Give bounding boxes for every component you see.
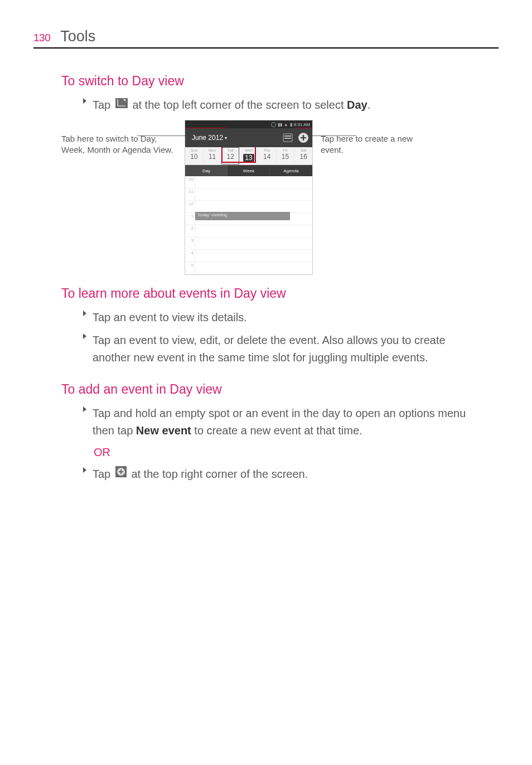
connector-line-left: [137, 135, 187, 136]
day-cell-current[interactable]: Wed13: [240, 147, 258, 164]
bold-new-event: New event: [136, 424, 191, 437]
hour-label: 3: [185, 238, 195, 249]
annotated-figure: Tab here to switch to Day, Week, Month o…: [61, 120, 499, 275]
bullet-text: Tap at the top right corner of the scree…: [93, 466, 482, 483]
dow: Fri: [277, 148, 294, 152]
dom: 12: [221, 153, 239, 161]
dow: Tue: [221, 148, 239, 152]
callout-left: Tab here to switch to Day, Week, Month o…: [61, 120, 181, 156]
svg-rect-0: [115, 98, 128, 108]
text: Tap: [93, 99, 114, 111]
section-heading: To add an event in Day view: [61, 382, 499, 397]
callout-right-text: Tap here to create a new event.: [321, 134, 413, 154]
hour-slot[interactable]: [195, 238, 312, 249]
callout-right: Tap here to create a new event.: [316, 120, 433, 156]
section-heading: To learn more about events in Day view: [61, 286, 499, 301]
day-cell[interactable]: Sat16: [294, 147, 312, 164]
section-add-event: To add an event in Day view Tap and hold…: [33, 382, 499, 483]
tab-week[interactable]: Week: [228, 165, 270, 176]
bullet-row: Tap and hold an empty spot or an event i…: [83, 405, 482, 439]
section-learn-more: To learn more about events in Day view T…: [33, 286, 499, 366]
text: to create a new event at that time.: [191, 424, 362, 437]
hour-slot[interactable]: [195, 201, 312, 212]
bullet-arrow-icon: [83, 467, 87, 473]
hour-label: 1: [185, 213, 195, 225]
hour-label: 2: [185, 225, 195, 237]
calendar-event[interactable]: Today' meeting: [195, 212, 290, 220]
or-label: OR: [94, 446, 499, 459]
phone-wrap: ▮▮ ▲ ▮ 8:31 AM June 2012 ▾: [185, 120, 313, 275]
hour-label: 11: [185, 188, 195, 200]
sync-icon: [271, 122, 276, 127]
phone-mock: ▮▮ ▲ ▮ 8:31 AM June 2012 ▾: [185, 120, 313, 275]
svg-rect-2: [284, 135, 291, 137]
day-cell[interactable]: Thu14: [258, 147, 277, 164]
text: .: [367, 99, 371, 111]
status-time: 8:31 AM: [294, 122, 310, 127]
hour-label: 4: [185, 250, 195, 262]
day-cell[interactable]: Mon11: [204, 147, 222, 164]
day-cell[interactable]: Tue12: [221, 147, 240, 164]
text: at the top right corner of the screen.: [131, 468, 308, 480]
day-cell[interactable]: Fri15: [277, 147, 295, 164]
chevron-down-icon: ▾: [225, 135, 227, 141]
section-switch-day: To switch to Day view Tap at the top lef…: [33, 74, 499, 275]
signal-icon: ▮▮: [278, 122, 282, 127]
hour-label: 5: [185, 262, 195, 274]
bullet-arrow-icon: [83, 406, 87, 413]
month-picker[interactable]: June 2012 ▾: [188, 132, 230, 143]
text: at the top left corner of the screen to …: [132, 99, 347, 111]
hour-slot[interactable]: Today' meeting: [195, 213, 312, 225]
dom: 14: [258, 153, 276, 161]
chapter-title: Tools: [60, 28, 95, 45]
bullet-text: Tap an event to view, edit, or delete th…: [93, 332, 482, 366]
dow: Thu: [258, 148, 276, 152]
bullet-text: Tap at the top left corner of the screen…: [93, 96, 482, 114]
dow: Sun: [185, 148, 203, 152]
bullet-text: Tap and hold an empty spot or an event i…: [93, 405, 482, 439]
bullet-row: Tap at the top left corner of the screen…: [83, 96, 482, 114]
tab-agenda[interactable]: Agenda: [270, 165, 312, 176]
bullet-text: Tap an event to view its details.: [93, 309, 482, 326]
section-heading: To switch to Day view: [61, 74, 499, 89]
day-cell[interactable]: Sun10: [185, 147, 204, 164]
hour-slot[interactable]: [195, 262, 312, 274]
plus-icon: [115, 465, 127, 482]
dow: Wed: [240, 148, 258, 152]
hour-label: 10: [185, 176, 195, 188]
bullet-arrow-icon: [83, 98, 87, 104]
hour-slot[interactable]: [195, 176, 312, 188]
dom: 10: [185, 153, 203, 161]
view-tabs: Day Week Agenda: [185, 165, 312, 176]
calendar-header: June 2012 ▾: [185, 128, 312, 147]
today-icon[interactable]: [282, 132, 293, 143]
hour-grid: 10 11 12 1Today' meeting 2 3 4 5: [185, 176, 312, 274]
dom: 16: [294, 153, 312, 161]
status-bar: ▮▮ ▲ ▮ 8:31 AM: [185, 120, 312, 128]
month-label: June 2012: [192, 134, 223, 142]
callout-left-text: Tab here to switch to Day, Week, Month o…: [61, 134, 173, 154]
wifi-icon: ▲: [284, 122, 288, 127]
hour-slot[interactable]: [195, 188, 312, 200]
view-switcher-icon: [115, 96, 128, 113]
dow: Sat: [294, 148, 312, 152]
hour-label: 12: [185, 201, 195, 212]
tab-day[interactable]: Day: [185, 165, 228, 176]
add-event-icon[interactable]: [298, 132, 309, 143]
battery-icon: ▮: [290, 122, 292, 127]
dom: 13: [243, 154, 254, 162]
svg-rect-3: [284, 138, 291, 139]
bullet-arrow-icon: [83, 333, 87, 340]
hour-slot[interactable]: [195, 225, 312, 237]
page-header: 130 Tools: [33, 28, 499, 49]
hour-slot[interactable]: [195, 250, 312, 262]
dow: Mon: [204, 148, 221, 152]
bold-day: Day: [347, 99, 367, 111]
text: Tap: [93, 468, 114, 480]
dom: 15: [277, 153, 294, 161]
connector-line-right: [311, 135, 356, 136]
dom: 11: [204, 153, 221, 161]
page-number: 130: [33, 32, 50, 44]
week-day-strip: Sun10 Mon11 Tue12 Wed13 Thu14 Fri15 Sat1…: [185, 147, 312, 165]
bullet-arrow-icon: [83, 310, 87, 317]
